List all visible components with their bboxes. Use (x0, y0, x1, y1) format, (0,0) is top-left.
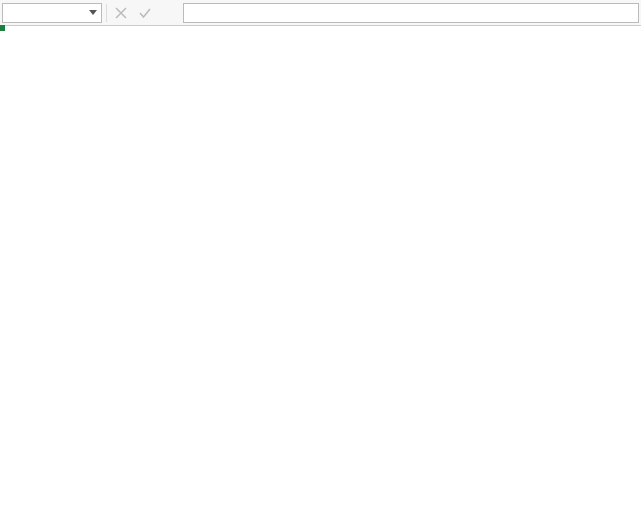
fx-icon[interactable] (159, 3, 179, 23)
cancel-icon[interactable] (111, 3, 131, 23)
name-box[interactable] (2, 3, 102, 23)
formula-input[interactable] (183, 3, 639, 23)
separator (106, 4, 107, 22)
check-icon[interactable] (135, 3, 155, 23)
formula-bar (0, 0, 641, 26)
selection-rect (0, 26, 4, 30)
chevron-down-icon[interactable] (89, 10, 97, 15)
